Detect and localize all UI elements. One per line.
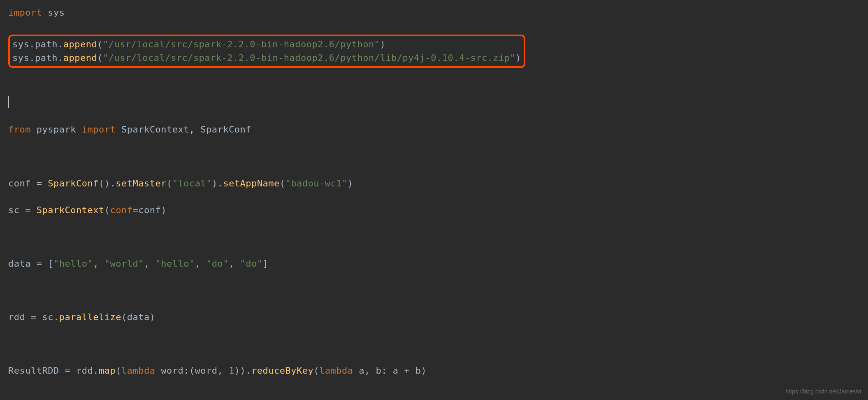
keyword-import: import xyxy=(82,124,116,135)
code-line xyxy=(8,391,860,400)
keyword-import: import xyxy=(8,7,42,18)
string-literal: "do" xyxy=(240,258,263,269)
watermark-text: https://blog.csdn.net/Jameslvt xyxy=(786,387,861,396)
keyword-from: from xyxy=(8,124,31,135)
code-line: sys.path.append("/usr/local/src/spark-2.… xyxy=(12,38,521,51)
number-literal: 1 xyxy=(229,365,234,376)
code-line: data = ["hello", "world", "hello", "do",… xyxy=(8,257,860,271)
string-literal: "badou-wc1" xyxy=(285,178,348,188)
code-line: conf = SparkConf().setMaster("local").se… xyxy=(8,177,860,191)
code-line xyxy=(8,70,860,83)
code-line: ResultRDD = rdd.map(lambda word:(word, 1… xyxy=(8,364,860,378)
code-line: sys.path.append("/usr/local/src/spark-2.… xyxy=(12,51,521,65)
code-line xyxy=(8,230,860,244)
keyword-lambda: lambda xyxy=(319,365,353,376)
code-line xyxy=(8,337,860,351)
code-line: from pyspark import SparkContext, SparkC… xyxy=(8,123,860,137)
method-append: append xyxy=(63,53,97,63)
text-cursor xyxy=(8,96,9,108)
string-literal: "do" xyxy=(206,258,229,269)
code-line: rdd = sc.parallelize(data) xyxy=(8,311,860,324)
code-line xyxy=(8,150,860,163)
method-append: append xyxy=(63,39,97,49)
code-editor[interactable]: import sys sys.path.append("/usr/local/s… xyxy=(8,6,860,400)
code-line-cursor xyxy=(8,96,860,110)
string-literal: "/usr/local/src/spark-2.2.0-bin-hadoop2.… xyxy=(103,53,515,63)
string-literal: "hello" xyxy=(155,258,195,269)
code-line: import sys xyxy=(8,6,860,20)
string-literal: "world" xyxy=(104,258,144,269)
string-literal: "hello" xyxy=(53,258,93,269)
highlight-annotation: sys.path.append("/usr/local/src/spark-2.… xyxy=(8,35,525,68)
code-line: sc = SparkContext(conf=conf) xyxy=(8,204,860,217)
string-literal: "/usr/local/src/spark-2.2.0-bin-hadoop2.… xyxy=(103,39,380,49)
string-literal: "local" xyxy=(172,178,212,188)
code-line xyxy=(8,284,860,298)
param-conf: conf xyxy=(110,205,132,215)
keyword-lambda: lambda xyxy=(121,365,155,376)
